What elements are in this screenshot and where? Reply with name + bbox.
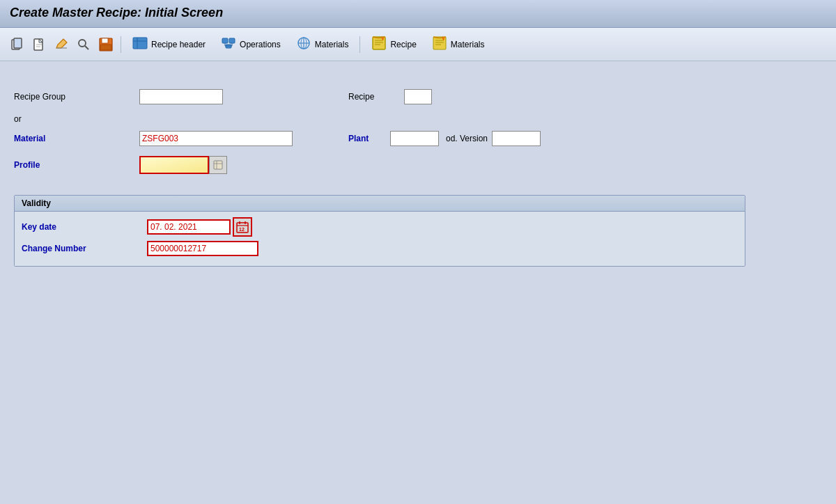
svg-rect-33 bbox=[214, 161, 222, 169]
calendar-button[interactable]: 12 bbox=[233, 217, 252, 237]
validity-header: Validity bbox=[15, 196, 745, 212]
profile-picker-button[interactable] bbox=[209, 156, 227, 174]
material-label: Material bbox=[14, 134, 139, 143]
calendar-icon: 12 bbox=[236, 221, 249, 233]
recipe-right-icon bbox=[371, 36, 387, 53]
find-icon bbox=[77, 38, 91, 52]
recipe-label: Recipe bbox=[348, 92, 404, 102]
recipe-group-row: Recipe Group Recipe bbox=[14, 89, 822, 104]
materials-right-label: Materials bbox=[451, 40, 485, 49]
new-button[interactable] bbox=[29, 35, 49, 54]
material-row: Material Plant od. Version bbox=[14, 131, 822, 146]
recipe-header-menu[interactable]: Recipe header bbox=[126, 32, 212, 56]
main-content: Recipe Group Recipe or Material Plant od… bbox=[0, 61, 836, 281]
recipe-header-icon bbox=[132, 36, 148, 53]
materials-right-icon bbox=[432, 36, 447, 53]
materials-right-menu[interactable]: Materials bbox=[426, 32, 491, 56]
copy-icon bbox=[10, 38, 24, 52]
change-number-input[interactable] bbox=[147, 241, 258, 256]
recipe-group-input[interactable] bbox=[139, 89, 223, 104]
validity-section: Validity Key date 12 Chang bbox=[14, 195, 745, 267]
edit-icon bbox=[54, 38, 68, 52]
materials-left-menu[interactable]: Materials bbox=[290, 32, 355, 56]
toolbar: Recipe header Operations Materials bbox=[0, 28, 836, 61]
recipe-group-label: Recipe Group bbox=[14, 92, 139, 102]
materials-left-label: Materials bbox=[315, 40, 349, 49]
change-number-label: Change Number bbox=[22, 244, 147, 253]
form-section: Recipe Group Recipe or Material Plant od… bbox=[14, 89, 822, 174]
save-button[interactable] bbox=[96, 35, 116, 54]
svg-line-7 bbox=[85, 46, 88, 49]
plant-input[interactable] bbox=[390, 131, 439, 146]
recipe-header-label: Recipe header bbox=[151, 40, 206, 49]
operations-icon bbox=[221, 36, 236, 53]
validity-title: Validity bbox=[22, 198, 51, 208]
new-doc-icon bbox=[32, 38, 46, 52]
svg-point-6 bbox=[79, 40, 86, 47]
profile-row: Profile bbox=[14, 156, 822, 174]
recipe-input[interactable] bbox=[404, 89, 432, 104]
material-input[interactable] bbox=[139, 131, 293, 146]
svg-rect-14 bbox=[222, 38, 228, 43]
profile-label: Profile bbox=[14, 160, 139, 170]
operations-menu[interactable]: Operations bbox=[215, 32, 287, 56]
edit-button[interactable] bbox=[52, 35, 71, 54]
svg-rect-9 bbox=[102, 38, 108, 43]
recipe-right-menu[interactable]: Recipe bbox=[365, 32, 422, 56]
profile-picker-icon bbox=[213, 160, 223, 170]
key-date-row: Key date 12 bbox=[22, 217, 738, 237]
svg-rect-15 bbox=[229, 38, 235, 43]
plant-label: Plant bbox=[348, 134, 390, 143]
profile-input[interactable] bbox=[139, 156, 209, 174]
copy-button[interactable] bbox=[7, 35, 26, 54]
profile-input-wrapper bbox=[139, 156, 227, 174]
key-date-label: Key date bbox=[22, 222, 147, 232]
separator-1 bbox=[121, 36, 121, 53]
validity-body: Key date 12 Change Number bbox=[15, 212, 745, 266]
operations-label: Operations bbox=[240, 40, 281, 49]
prod-version-input[interactable] bbox=[492, 131, 541, 146]
svg-rect-11 bbox=[133, 38, 147, 49]
svg-text:12: 12 bbox=[239, 227, 245, 232]
separator-2 bbox=[359, 36, 360, 53]
svg-rect-10 bbox=[100, 45, 111, 50]
change-number-row: Change Number bbox=[22, 241, 738, 256]
svg-rect-1 bbox=[14, 38, 22, 48]
title-bar: Create Master Recipe: Initial Screen bbox=[0, 0, 836, 28]
page-title: Create Master Recipe: Initial Screen bbox=[10, 6, 826, 20]
prod-version-label: od. Version bbox=[446, 134, 488, 143]
find-button[interactable] bbox=[74, 35, 93, 54]
recipe-right-label: Recipe bbox=[390, 40, 416, 49]
key-date-input[interactable] bbox=[147, 219, 231, 235]
save-icon bbox=[98, 37, 114, 52]
materials-left-icon bbox=[296, 36, 311, 53]
or-text: or bbox=[14, 114, 822, 124]
